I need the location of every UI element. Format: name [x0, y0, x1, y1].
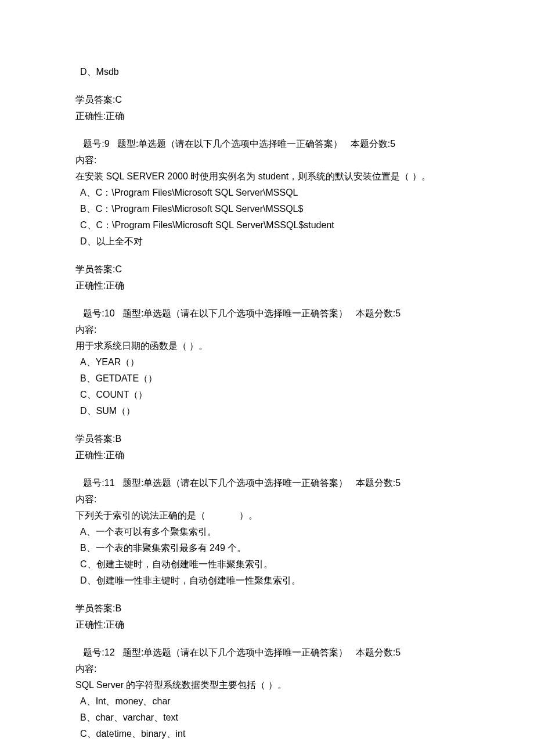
content-label: 内容: — [75, 322, 459, 338]
question-12-option-c: C、datetime、binary、int — [75, 726, 459, 742]
question-10-option-d: D、SUM（） — [75, 403, 459, 419]
question-11-option-a: A、一个表可以有多个聚集索引。 — [75, 524, 459, 540]
question-9-option-b: B、C：\Program Files\Microsoft SQL Server\… — [75, 201, 459, 217]
question-10-answer-block: 学员答案:B 正确性:正确 — [75, 431, 459, 463]
question-10-option-a: A、YEAR（） — [75, 354, 459, 370]
question-9-option-d: D、以上全不对 — [75, 233, 459, 250]
content-label: 内容: — [75, 491, 459, 507]
student-answer: 学员答案:C — [75, 261, 459, 278]
question-12-header: 题号:12 题型:单选题（请在以下几个选项中选择唯一正确答案） 本题分数:5 — [75, 645, 459, 661]
correctness-label: 正确性:正确 — [75, 278, 459, 294]
question-11-option-b: B、一个表的非聚集索引最多有 249 个。 — [75, 540, 459, 556]
question-9-option-a: A、C：\Program Files\Microsoft SQL Server\… — [75, 185, 459, 201]
question-11-header: 题号:11 题型:单选题（请在以下几个选项中选择唯一正确答案） 本题分数:5 — [75, 475, 459, 491]
question-11-option-d: D、创建唯一性非主键时，自动创建唯一性聚集索引。 — [75, 573, 459, 589]
question-8-answer-block: 学员答案:C 正确性:正确 — [75, 92, 459, 124]
question-11-answer-block: 学员答案:B 正确性:正确 — [75, 600, 459, 633]
student-answer: 学员答案:B — [75, 600, 459, 617]
question-10-stem: 用于求系统日期的函数是（ ）。 — [75, 338, 459, 354]
correctness-label: 正确性:正确 — [75, 447, 459, 463]
correctness-label: 正确性:正确 — [75, 617, 459, 633]
student-answer: 学员答案:C — [75, 92, 459, 108]
question-10-option-c: C、COUNT（） — [75, 387, 459, 403]
correctness-label: 正确性:正确 — [75, 108, 459, 124]
question-11-stem: 下列关于索引的说法正确的是（ ）。 — [75, 507, 459, 524]
question-10-option-b: B、GETDATE（） — [75, 370, 459, 387]
question-9-answer-block: 学员答案:C 正确性:正确 — [75, 261, 459, 294]
question-8-option-d: D、Msdb — [75, 64, 459, 80]
question-12-option-b: B、char、varchar、text — [75, 710, 459, 726]
content-label: 内容: — [75, 152, 459, 168]
student-answer: 学员答案:B — [75, 431, 459, 447]
question-12-option-a: A、Int、money、char — [75, 693, 459, 710]
question-11-option-c: C、创建主键时，自动创建唯一性非聚集索引。 — [75, 556, 459, 573]
question-9-option-c: C、C：\Program Files\Microsoft SQL Server\… — [75, 217, 459, 233]
question-10-header: 题号:10 题型:单选题（请在以下几个选项中选择唯一正确答案） 本题分数:5 — [75, 305, 459, 322]
question-9-stem: 在安装 SQL SERVER 2000 时使用实例名为 student，则系统的… — [75, 168, 459, 185]
content-label: 内容: — [75, 661, 459, 677]
question-9-header: 题号:9 题型:单选题（请在以下几个选项中选择唯一正确答案） 本题分数:5 — [75, 136, 459, 152]
question-12-stem: SQL Server 的字符型系统数据类型主要包括（ ）。 — [75, 677, 459, 693]
document-page: D、Msdb 学员答案:C 正确性:正确 题号:9 题型:单选题（请在以下几个选… — [0, 0, 534, 756]
